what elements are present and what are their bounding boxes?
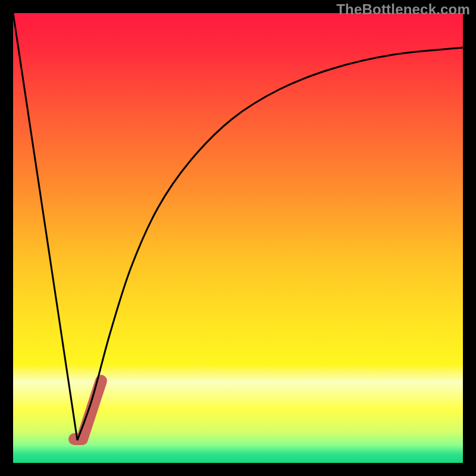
- curve-layer: [13, 13, 463, 463]
- chart-frame: TheBottleneck.com: [0, 0, 476, 476]
- left-descent: [13, 13, 77, 440]
- right-curve: [77, 48, 463, 440]
- watermark-text: TheBottleneck.com: [336, 1, 470, 18]
- plot-area: [13, 13, 463, 463]
